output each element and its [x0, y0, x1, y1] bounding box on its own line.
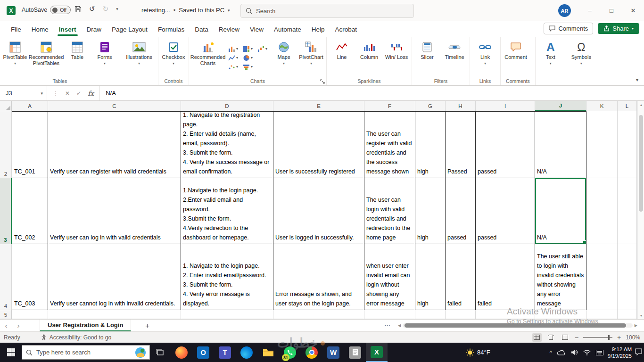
line-chart-button[interactable]: ▾: [227, 54, 239, 62]
maps-button[interactable]: Maps ▾: [270, 38, 297, 78]
search-highlights-icon[interactable]: [135, 347, 146, 358]
cell-A5[interactable]: [12, 310, 48, 319]
col-header-L[interactable]: L: [618, 101, 637, 111]
speaker-icon[interactable]: [571, 349, 578, 355]
cell-K4[interactable]: [586, 244, 618, 310]
cell-H2[interactable]: Passed: [446, 111, 476, 178]
recommended-charts-button[interactable]: Recommended Charts: [190, 38, 225, 78]
cell-E2[interactable]: User is successfully registered: [273, 111, 364, 178]
zoom-out-button[interactable]: −: [575, 334, 578, 341]
tab-file[interactable]: File: [6, 23, 26, 37]
select-all-corner[interactable]: [0, 101, 12, 111]
cell-F5[interactable]: [364, 310, 415, 319]
tab-help[interactable]: Help: [306, 23, 330, 37]
symbols-button[interactable]: Ω Symbols ▾: [568, 38, 595, 83]
minimize-button[interactable]: –: [579, 0, 601, 21]
sparkline-column-button[interactable]: Column: [355, 38, 383, 78]
cell-H4[interactable]: failed: [446, 244, 476, 310]
cell-F2[interactable]: The user can register with valid credent…: [364, 111, 415, 178]
comment-button[interactable]: Comment: [502, 38, 529, 78]
tab-automate[interactable]: Automate: [269, 23, 306, 37]
accessibility-status[interactable]: Accessibility: Good to go: [41, 334, 111, 341]
onedrive-cloud-icon[interactable]: [557, 350, 566, 355]
taskbar-search-input[interactable]: Type here to search: [22, 345, 150, 360]
recommended-pivottables-button[interactable]: Recommended PivotTables: [29, 38, 64, 78]
taskbar-app-notes[interactable]: [344, 343, 366, 362]
col-header-C[interactable]: C: [48, 101, 181, 111]
col-header-H[interactable]: H: [446, 101, 476, 111]
cell-H3[interactable]: passed: [446, 178, 476, 244]
sheet-tab-active[interactable]: User Registration & Login: [40, 320, 131, 331]
cell-E5[interactable]: [273, 310, 364, 319]
col-header-F[interactable]: F: [364, 101, 415, 111]
insert-function-button[interactable]: fx: [88, 90, 94, 97]
undo-button[interactable]: ↺: [89, 5, 95, 13]
cell-D4[interactable]: 1. Navigate to the login page. 2. Enter …: [181, 244, 273, 310]
cell-C4[interactable]: Verify user cannot log in with invalid c…: [48, 244, 181, 310]
autosave-toggle[interactable]: Off: [50, 6, 71, 14]
vertical-scrollbar[interactable]: ▲ ▼: [637, 101, 644, 319]
document-title[interactable]: retesting... • Saved to this PC ▾: [141, 7, 230, 14]
sparkline-line-button[interactable]: Line: [328, 38, 355, 78]
cell-G3[interactable]: high: [415, 178, 446, 244]
charts-dialog-launcher-icon[interactable]: [320, 79, 325, 84]
forms-button[interactable]: Forms ▾: [91, 38, 118, 78]
pie-chart-button[interactable]: ▾: [242, 54, 254, 62]
avatar[interactable]: AR: [558, 4, 571, 17]
row-header-3[interactable]: 3: [0, 178, 12, 244]
cell-I3[interactable]: passed: [476, 178, 535, 244]
tab-view[interactable]: View: [245, 23, 269, 37]
cell-I2[interactable]: passed: [476, 111, 535, 178]
page-break-view-button[interactable]: [561, 333, 570, 342]
cell-F3[interactable]: The user can login with valid credentail…: [364, 178, 415, 244]
tab-review[interactable]: Review: [214, 23, 245, 37]
taskbar-app-whatsapp[interactable]: 31: [279, 343, 301, 362]
waterfall-chart-button[interactable]: ▾: [256, 45, 268, 53]
row-header-5[interactable]: 5: [0, 310, 12, 319]
maximize-button[interactable]: □: [601, 0, 622, 21]
tab-data[interactable]: Data: [190, 23, 214, 37]
wifi-icon[interactable]: [583, 350, 591, 355]
zoom-slider-thumb[interactable]: [608, 335, 610, 340]
cell-A3[interactable]: TC_002: [12, 178, 48, 244]
zoom-in-button[interactable]: +: [617, 334, 621, 341]
autosave-control[interactable]: AutoSave Off: [22, 6, 71, 14]
checkbox-button[interactable]: Checkbox ▾: [160, 38, 187, 78]
action-center-icon[interactable]: [635, 348, 642, 355]
cell-D2[interactable]: 1. Navigate to the registration page. 2.…: [181, 111, 273, 178]
taskbar-app-outlook[interactable]: O: [192, 343, 214, 362]
taskbar-app-chrome[interactable]: [301, 343, 322, 362]
col-header-A[interactable]: A: [12, 101, 48, 111]
cell-C2[interactable]: Verify user can register with valid cred…: [48, 111, 181, 178]
slicer-button[interactable]: Slicer: [413, 38, 441, 78]
taskbar-app-teams[interactable]: T: [214, 343, 236, 362]
col-header-I[interactable]: I: [476, 101, 535, 111]
name-box[interactable]: J3 ▾: [0, 86, 47, 100]
hierarchy-chart-button[interactable]: ▾: [242, 45, 254, 53]
cell-G4[interactable]: high: [415, 244, 446, 310]
hscroll-right-icon[interactable]: ▶: [635, 323, 637, 328]
row-header-4[interactable]: 4: [0, 244, 12, 310]
funnel-chart-button[interactable]: ▾: [242, 63, 254, 71]
cell-I5[interactable]: [476, 310, 535, 319]
search-input[interactable]: Search: [240, 4, 414, 18]
start-button[interactable]: [0, 343, 22, 362]
weather-widget[interactable]: 84°F: [466, 348, 490, 357]
text-button[interactable]: A Text ▾: [537, 38, 564, 83]
cell-A4[interactable]: TC_003: [12, 244, 48, 310]
scroll-down-icon[interactable]: ▼: [638, 312, 644, 319]
formula-input[interactable]: N/A: [100, 86, 644, 100]
cell-K2[interactable]: [586, 111, 618, 178]
cell-G2[interactable]: high: [415, 111, 446, 178]
pivottable-button[interactable]: PivotTable ▾: [1, 38, 29, 78]
tab-formulas[interactable]: Formulas: [153, 23, 190, 37]
scatter-chart-button[interactable]: ▾: [227, 63, 239, 71]
sheet-nav-right-icon[interactable]: ›: [12, 321, 25, 329]
save-icon[interactable]: [74, 6, 82, 13]
cell-E3[interactable]: User is logged in successfully.: [273, 178, 364, 244]
zoom-level[interactable]: 100%: [626, 334, 640, 341]
tab-insert[interactable]: Insert: [54, 23, 82, 37]
close-button[interactable]: ✕: [622, 0, 644, 21]
cell-K3[interactable]: [586, 178, 618, 244]
cell-J5[interactable]: [535, 310, 586, 319]
